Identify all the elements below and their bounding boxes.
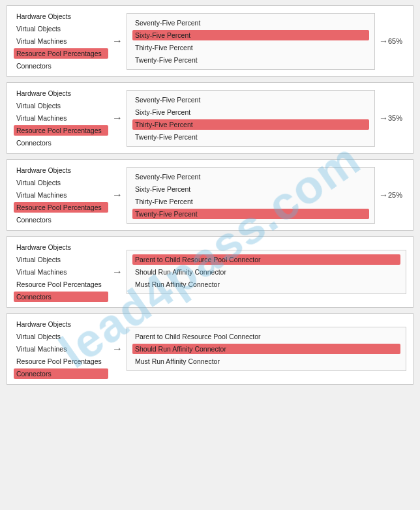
result-arrow-2: →: [379, 113, 388, 123]
right-item-3-2[interactable]: Sixty-Five Percent: [132, 184, 369, 194]
right-section-2: Seventy-Five PercentSixty-Five PercentTh…: [127, 90, 406, 147]
right-panel-3: Seventy-Five PercentSixty-Five PercentTh…: [127, 167, 375, 224]
left-panel-3: Hardware ObjectsVirtual ObjectsVirtual M…: [14, 165, 108, 225]
arrow-3: →: [108, 189, 127, 201]
result-label-3: 25%: [388, 191, 406, 199]
left-item-1-1[interactable]: Hardware Objects: [14, 11, 108, 22]
right-item-2-2[interactable]: Sixty-Five Percent: [132, 107, 369, 117]
result-arrow-3: →: [379, 190, 388, 200]
left-item-5-2[interactable]: Virtual Objects: [14, 331, 108, 342]
question-block-4: Hardware ObjectsVirtual ObjectsVirtual M…: [7, 236, 413, 308]
left-item-3-2[interactable]: Virtual Objects: [14, 177, 108, 188]
left-item-5-4[interactable]: Resource Pool Percentages: [14, 356, 108, 367]
right-item-3-1[interactable]: Seventy-Five Percent: [132, 172, 369, 182]
left-item-4-1[interactable]: Hardware Objects: [14, 242, 108, 252]
left-item-2-5[interactable]: Connectors: [14, 138, 108, 148]
left-panel-5: Hardware ObjectsVirtual ObjectsVirtual M…: [14, 319, 108, 379]
right-item-1-4[interactable]: Twenty-Five Percent: [132, 55, 369, 65]
right-item-2-4[interactable]: Twenty-Five Percent: [132, 132, 369, 142]
left-item-5-1[interactable]: Hardware Objects: [14, 319, 108, 329]
left-item-1-5[interactable]: Connectors: [14, 61, 108, 71]
left-item-4-3[interactable]: Virtual Machines: [14, 267, 108, 277]
right-panel-5: Parent to Child Resource Pool ConnectorS…: [127, 327, 406, 371]
left-item-3-3[interactable]: Virtual Machines: [14, 190, 108, 200]
arrow-4: →: [108, 266, 127, 278]
right-section-4: Parent to Child Resource Pool ConnectorS…: [127, 250, 406, 294]
right-panel-4: Parent to Child Resource Pool ConnectorS…: [127, 250, 406, 294]
right-item-3-3[interactable]: Thirty-Five Percent: [132, 196, 369, 207]
question-block-5: Hardware ObjectsVirtual ObjectsVirtual M…: [7, 313, 413, 385]
left-item-2-4[interactable]: Resource Pool Percentages: [14, 125, 108, 136]
right-item-5-3[interactable]: Must Run Affinity Connector: [132, 356, 400, 367]
left-item-2-1[interactable]: Hardware Objects: [14, 88, 108, 98]
right-panel-2: Seventy-Five PercentSixty-Five PercentTh…: [127, 90, 375, 147]
arrow-2: →: [108, 112, 127, 124]
right-section-5: Parent to Child Resource Pool ConnectorS…: [127, 327, 406, 371]
right-item-1-2[interactable]: Sixty-Five Percent: [132, 30, 369, 40]
left-item-4-2[interactable]: Virtual Objects: [14, 254, 108, 265]
result-label-1: 65%: [388, 37, 406, 45]
left-panel-1: Hardware ObjectsVirtual ObjectsVirtual M…: [14, 11, 108, 71]
right-section-3: Seventy-Five PercentSixty-Five PercentTh…: [127, 167, 406, 224]
arrow-1: →: [108, 35, 127, 47]
result-label-2: 35%: [388, 114, 406, 122]
left-panel-4: Hardware ObjectsVirtual ObjectsVirtual M…: [14, 242, 108, 302]
right-item-5-2[interactable]: Should Run Affinity Connector: [132, 344, 400, 354]
right-item-3-4[interactable]: Twenty-Five Percent: [132, 209, 369, 219]
question-block-1: Hardware ObjectsVirtual ObjectsVirtual M…: [7, 5, 413, 77]
left-item-1-4[interactable]: Resource Pool Percentages: [14, 48, 108, 59]
right-item-4-1[interactable]: Parent to Child Resource Pool Connector: [132, 254, 400, 265]
right-section-1: Seventy-Five PercentSixty-Five PercentTh…: [127, 13, 406, 70]
left-item-4-5[interactable]: Connectors: [14, 292, 108, 302]
right-item-1-3[interactable]: Thirty-Five Percent: [132, 42, 369, 53]
left-item-2-2[interactable]: Virtual Objects: [14, 100, 108, 111]
right-item-2-1[interactable]: Seventy-Five Percent: [132, 95, 369, 105]
left-item-1-2[interactable]: Virtual Objects: [14, 23, 108, 34]
left-item-3-1[interactable]: Hardware Objects: [14, 165, 108, 175]
left-item-3-4[interactable]: Resource Pool Percentages: [14, 202, 108, 213]
right-panel-1: Seventy-Five PercentSixty-Five PercentTh…: [127, 13, 375, 70]
page-wrapper: Hardware ObjectsVirtual ObjectsVirtual M…: [0, 0, 420, 390]
left-item-2-3[interactable]: Virtual Machines: [14, 113, 108, 123]
left-item-1-3[interactable]: Virtual Machines: [14, 36, 108, 46]
left-panel-2: Hardware ObjectsVirtual ObjectsVirtual M…: [14, 88, 108, 148]
left-item-3-5[interactable]: Connectors: [14, 215, 108, 225]
left-item-5-5[interactable]: Connectors: [14, 368, 108, 379]
question-block-3: Hardware ObjectsVirtual ObjectsVirtual M…: [7, 159, 413, 231]
result-arrow-1: →: [379, 36, 388, 46]
right-item-4-3[interactable]: Must Run Affinity Connector: [132, 279, 400, 290]
right-item-4-2[interactable]: Should Run Affinity Connector: [132, 267, 400, 277]
left-item-5-3[interactable]: Virtual Machines: [14, 344, 108, 354]
left-item-4-4[interactable]: Resource Pool Percentages: [14, 279, 108, 290]
right-item-5-1[interactable]: Parent to Child Resource Pool Connector: [132, 331, 400, 342]
arrow-5: →: [108, 343, 127, 355]
right-item-2-3[interactable]: Thirty-Five Percent: [132, 119, 369, 130]
right-item-1-1[interactable]: Seventy-Five Percent: [132, 18, 369, 28]
question-block-2: Hardware ObjectsVirtual ObjectsVirtual M…: [7, 82, 413, 154]
